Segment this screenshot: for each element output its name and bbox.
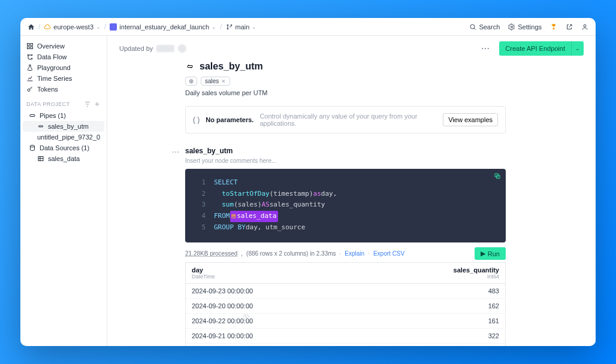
user-icon[interactable] [581,23,588,31]
cell-day: 2024-09-23 00:00:00 [186,284,364,298]
datasources-group[interactable]: Data Sources (1) [20,142,107,153]
copy-icon[interactable] [494,172,501,184]
chevron-down-icon: ⌄ [212,24,216,30]
redacted-name [156,45,174,52]
svg-rect-6 [28,44,30,46]
svg-point-13 [28,89,30,92]
pipe-description[interactable]: Daily sales volume per UTM [185,89,506,96]
filter-icon[interactable] [84,101,91,108]
pipe-icon [29,112,36,119]
rows-stat: (886 rows x 2 columns) in 2.33ms [246,250,336,257]
cell-qty: 162 [364,299,505,313]
topbar: / europe-west3 ⌄ / internal_estuary_deka… [20,18,596,36]
svg-point-0 [227,25,228,26]
branch-crumb[interactable]: main ⌄ [226,23,257,31]
pipe-item-untitled[interactable]: untitled_pipe_9732_0 [20,132,107,142]
run-button[interactable]: ▶ Run [475,247,506,260]
table-row[interactable]: 2024-09-23 00:00:00483 [186,284,505,299]
cell-day: 2024-09-22 00:00:00 [186,314,364,328]
tag-row: ⊕ sales ✕ [185,77,506,86]
trophy-icon[interactable] [550,23,557,31]
create-api-endpoint-button[interactable]: Create API Endpoint [499,41,571,56]
table-row[interactable]: 2024-09-20 00:00:00162 [186,299,505,314]
branch-icon [226,23,233,31]
svg-point-2 [231,25,232,26]
workspace-crumb[interactable]: internal_estuary_dekaf_launch ⌄ [110,23,216,31]
grid-icon [26,43,34,50]
view-examples-button[interactable]: View examples [443,113,498,126]
table-row[interactable]: 2024-09-24 00:00:00805 [186,344,505,346]
sql-editor[interactable]: 1SELECT 2 toStartOfDay(timestamp) as day… [185,169,506,242]
main-header: Updated by ⋯ Create API Endpoint ⌄ [107,36,596,61]
table-row[interactable]: 2024-09-22 00:00:00161 [186,314,505,329]
breadcrumb-separator: / [104,23,106,31]
brackets-icon: ( ) [193,116,200,124]
search-button[interactable]: Search [469,23,500,31]
node-section: ⋯ sales_by_utm Insert your node comments… [176,147,506,346]
col-day-header[interactable]: day DateTime [186,263,364,283]
svg-rect-8 [28,47,30,49]
cell-qty: 805 [364,344,505,346]
play-icon: ▶ [481,250,485,257]
pipe-item-sales-by-utm[interactable]: sales_by_utm [23,121,104,132]
datasource-token[interactable]: ▤sales_data [230,211,279,222]
svg-rect-15 [39,126,43,127]
ds-item-sales-data[interactable]: sales_data [20,153,107,164]
tag-chip-sales[interactable]: sales ✕ [201,77,230,86]
redacted-avatar [178,44,186,53]
flow-icon [26,53,34,60]
app-window: / europe-west3 ⌄ / internal_estuary_deka… [20,18,596,346]
export-csv-link[interactable]: Export CSV [373,250,404,257]
pipe-icon [37,123,44,130]
svg-rect-18 [188,66,192,68]
pipe-icon [185,62,195,71]
pipe-title[interactable]: sales_by_utm [200,61,263,72]
node-options-icon[interactable]: ⋯ [172,148,179,156]
nav-playground[interactable]: Playground [20,62,107,73]
home-icon[interactable] [28,23,35,31]
create-dropdown-button[interactable]: ⌄ [571,41,584,56]
region-crumb[interactable]: europe-west3 ⌄ [44,23,101,31]
table-icon [37,155,44,162]
more-options-button[interactable]: ⋯ [478,41,493,56]
no-parameters-label: No parameters. [206,116,253,123]
pipes-group[interactable]: Pipes (1) [20,110,107,121]
query-stats: 21.28KB processed, (886 rows x 2 columns… [185,247,506,260]
svg-rect-7 [31,44,33,46]
eye-off-icon[interactable] [243,313,250,321]
external-link-icon[interactable] [566,23,573,31]
cell-day: 2024-09-21 00:00:00 [186,329,364,343]
table-row[interactable]: 2024-09-21 00:00:00322 [186,329,505,344]
flask-icon [26,64,34,71]
nav-timeseries[interactable]: Time Series [20,73,107,84]
main-panel: Updated by ⋯ Create API Endpoint ⌄ sales… [107,36,596,346]
cell-qty: 322 [364,329,505,343]
sidebar: Overview Data Flow Playground Time Serie… [20,36,107,346]
remove-tag-icon[interactable]: ✕ [221,78,226,84]
cell-day: 2024-09-20 00:00:00 [186,299,364,313]
plus-icon[interactable] [93,101,101,108]
nav-dataflow[interactable]: Data Flow [20,51,107,62]
cell-day: 2024-09-24 00:00:00 [186,344,364,346]
svg-point-5 [584,25,586,27]
settings-button[interactable]: Settings [508,23,542,31]
chart-icon [26,75,34,82]
gear-icon [508,23,515,31]
processed-stat[interactable]: 21.28KB processed [185,250,237,257]
svg-point-1 [227,28,228,29]
explain-link[interactable]: Explain [345,250,364,257]
chevron-down-icon: ⌄ [96,24,101,30]
svg-point-10 [28,54,29,56]
svg-rect-14 [30,115,35,117]
node-name[interactable]: sales_by_utm [185,147,506,155]
col-qty-header[interactable]: sales_quantity Int64 [364,263,505,283]
search-icon [469,23,476,31]
cloud-icon [44,23,51,31]
node-comment-placeholder[interactable]: Insert your node comments here... [185,157,506,164]
add-tag-button[interactable]: ⊕ [185,77,197,86]
results-table: day DateTime sales_quantity Int64 2024-0… [185,262,506,346]
database-icon [29,144,36,151]
svg-point-11 [31,58,32,59]
nav-overview[interactable]: Overview [20,41,107,51]
nav-tokens[interactable]: Tokens [20,84,107,95]
